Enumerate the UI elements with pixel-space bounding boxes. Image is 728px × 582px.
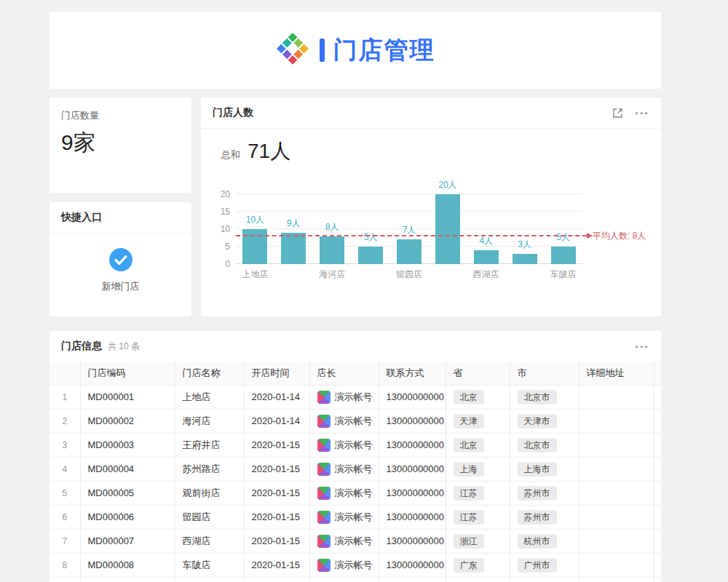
- total-value: 71人: [248, 137, 290, 165]
- table-row[interactable]: 4MD000004苏州路店2020-01-15演示帐号13000000000上海…: [50, 457, 661, 481]
- title-accent-bar: [320, 39, 325, 62]
- cell-city: 厦门市: [510, 577, 579, 582]
- manager-avatar-icon: [317, 415, 331, 428]
- cell-manager: 演示帐号: [309, 577, 379, 582]
- manager-avatar-icon: [317, 463, 331, 476]
- bar[interactable]: [397, 239, 422, 264]
- cell-phone: 13000000000: [379, 481, 446, 505]
- cell-province: 北京: [446, 385, 510, 409]
- cell-store-code: MD000003: [80, 433, 175, 457]
- cell-store-code: MD000009: [80, 577, 175, 582]
- cell-province: 江苏: [446, 505, 510, 529]
- x-tick-label: [505, 268, 544, 281]
- cell-city: 苏州市: [510, 481, 579, 505]
- cell-province: 浙江: [446, 529, 510, 553]
- cell-city: 北京市: [510, 385, 579, 409]
- cell-store-name: 苏州路店: [175, 457, 244, 481]
- cell-manager: 演示帐号: [309, 385, 379, 409]
- cell-address: [579, 385, 654, 409]
- cell-province: 江苏: [446, 481, 510, 505]
- cell-address: [579, 433, 654, 457]
- manager-avatar-icon: [317, 391, 331, 404]
- table-row[interactable]: 3MD000003王府井店2020-01-15演示帐号13000000000北京…: [50, 433, 661, 457]
- bar-value-label: 9人: [287, 218, 301, 230]
- bar[interactable]: [513, 254, 537, 264]
- bar-column: 7人: [390, 194, 429, 264]
- chart-more-menu-icon[interactable]: ···: [635, 107, 649, 119]
- y-tick-label: 5: [225, 242, 230, 251]
- manager-name: 演示帐号: [335, 487, 373, 500]
- region-badge: 江苏: [454, 486, 484, 501]
- table-row[interactable]: 8MD000008车陂店2020-01-15演示帐号13000000000广东广…: [50, 553, 661, 577]
- table-row[interactable]: 2MD000002海河店2020-01-14演示帐号13000000000天津天…: [50, 409, 661, 433]
- region-badge: 广东: [454, 558, 484, 573]
- bar-value-label: 10人: [246, 214, 264, 226]
- bar-column: 5人: [352, 194, 390, 264]
- cell-address: [579, 505, 654, 529]
- cell-store-code: MD000004: [80, 457, 175, 481]
- cell-province: 北京: [446, 433, 510, 457]
- col-header-manager: 店长: [309, 362, 379, 385]
- table-row[interactable]: 5MD000005观前街店2020-01-15演示帐号13000000000江苏…: [50, 481, 661, 505]
- row-index: 9: [50, 577, 80, 582]
- manager-name: 演示帐号: [335, 415, 373, 428]
- store-info-card: 门店信息 共 10 条 ··· 门店编码 门店名称 开店时间 店长 联系方式 省: [50, 331, 661, 582]
- bar[interactable]: [474, 250, 499, 264]
- bar[interactable]: [320, 236, 344, 264]
- cell-open-date: 2020-01-15: [244, 529, 309, 553]
- cell-phone: 13000000000: [379, 433, 446, 457]
- cell-manager: 演示帐号: [309, 409, 379, 433]
- table-more-menu-icon[interactable]: ···: [635, 340, 649, 353]
- cell-store-name: 王府井店: [175, 433, 244, 457]
- x-tick-label: 海河店: [313, 268, 352, 281]
- cell-city: 广州市: [510, 553, 579, 577]
- cell-store-code: MD000001: [80, 385, 175, 409]
- region-badge: 北京: [454, 438, 484, 453]
- cell-address: [579, 409, 654, 433]
- col-header-city: 市: [510, 362, 579, 385]
- cell-store-code: MD000007: [80, 529, 175, 553]
- cell-store-code: MD000006: [80, 505, 175, 529]
- chart-card-title: 门店人数: [213, 106, 253, 119]
- col-header-open-date: 开店时间: [244, 362, 309, 385]
- cell-open-date: 2020-01-14: [244, 385, 309, 409]
- cell-store-name: 海河店: [175, 409, 244, 433]
- add-store-button[interactable]: 新增门店: [50, 234, 191, 293]
- bar[interactable]: [281, 233, 306, 264]
- row-index: 4: [50, 457, 80, 481]
- bar-value-label: 4人: [479, 235, 493, 247]
- export-icon[interactable]: [612, 108, 623, 119]
- cell-store-name: 车陂店: [175, 553, 244, 577]
- y-tick-label: 20: [221, 190, 230, 199]
- row-index: 2: [50, 409, 80, 433]
- col-header-phone: 联系方式: [379, 362, 446, 385]
- cell-address: [579, 553, 654, 577]
- x-tick-label: [274, 268, 313, 281]
- bar[interactable]: [358, 247, 383, 264]
- x-tick-label: 留园店: [390, 268, 429, 281]
- cell-overflow: [654, 409, 661, 433]
- table-row[interactable]: 7MD000007西湖店2020-01-15演示帐号13000000000浙江杭…: [50, 529, 661, 553]
- bar[interactable]: [551, 247, 576, 264]
- table-row[interactable]: 6MD000006留园店2020-01-15演示帐号13000000000江苏苏…: [50, 505, 661, 529]
- cell-overflow: [654, 385, 661, 409]
- table-row[interactable]: 1MD000001上地店2020-01-14演示帐号13000000000北京北…: [50, 385, 661, 409]
- x-tick-label: 西湖店: [467, 268, 505, 281]
- cell-address: [579, 481, 654, 505]
- cell-city: 上海市: [510, 457, 579, 481]
- manager-name: 演示帐号: [335, 511, 373, 524]
- region-badge: 天津: [454, 414, 484, 428]
- cell-overflow: [654, 553, 661, 577]
- cell-overflow: [654, 577, 661, 582]
- check-circle-icon: [108, 247, 134, 273]
- table-row[interactable]: 9MD000009前埔店2020-01-15演示帐号13000000000福建厦…: [50, 577, 661, 582]
- x-tick-label: 上地店: [236, 268, 274, 281]
- bar-value-label: 20人: [438, 179, 456, 191]
- cell-province: 天津: [446, 409, 510, 433]
- row-index: 7: [50, 529, 80, 553]
- cell-phone: 13000000000: [379, 577, 446, 582]
- manager-name: 演示帐号: [335, 391, 373, 404]
- bar[interactable]: [435, 194, 460, 264]
- cell-open-date: 2020-01-15: [244, 457, 309, 481]
- x-tick-label: [428, 268, 467, 281]
